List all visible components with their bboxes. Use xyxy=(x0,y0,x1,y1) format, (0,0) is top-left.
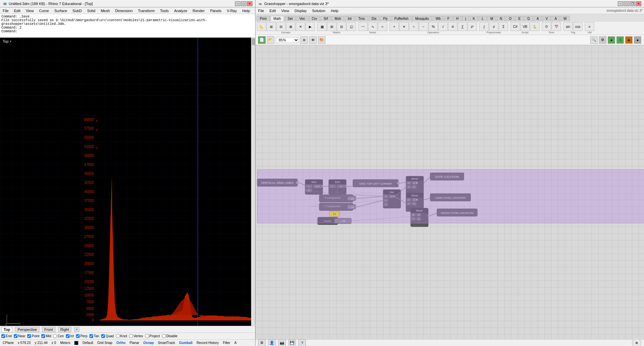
gh-menu-view[interactable]: View xyxy=(280,8,291,13)
tab-dis[interactable]: Dis xyxy=(369,16,379,21)
tab-fly[interactable]: Fly xyxy=(380,16,391,21)
gh-help-icon[interactable]: ? xyxy=(298,339,306,346)
menu-help[interactable]: Help xyxy=(241,8,251,13)
tool-matrix-2[interactable]: ⊞ xyxy=(327,22,336,31)
tool-time-2[interactable]: 📅 xyxy=(552,22,561,31)
menu-vray[interactable]: V-Ray xyxy=(226,8,238,13)
gh-camera-icon[interactable]: 📷 xyxy=(278,339,286,346)
color2-btn[interactable]: ◑ xyxy=(616,36,624,44)
filter-btn[interactable]: Filter xyxy=(223,341,230,345)
tool-script-1[interactable]: C# xyxy=(511,22,520,31)
tool-domain-3[interactable]: ⊟ xyxy=(276,22,286,31)
viewport-scrollbar[interactable] xyxy=(251,38,255,326)
tab-wb[interactable]: Wb xyxy=(433,16,444,21)
tool-matrix-4[interactable]: ◱ xyxy=(347,22,356,31)
snap-point[interactable]: Point xyxy=(27,334,39,338)
tab-math[interactable]: Math xyxy=(271,16,284,21)
gh-menu-display[interactable]: Display xyxy=(293,8,308,13)
tab-h[interactable]: H xyxy=(453,16,461,21)
gh-profile-icon[interactable]: 👤 xyxy=(268,339,276,346)
menu-edit[interactable]: Edit xyxy=(13,8,22,13)
tool-op-3[interactable]: ÷ xyxy=(409,22,418,31)
snap-near[interactable]: Near xyxy=(14,334,26,338)
tool-domain-1[interactable]: 📐 xyxy=(257,22,266,31)
tab-top[interactable]: Top xyxy=(1,327,12,332)
smarttrack-btn[interactable]: SmartTrack xyxy=(158,341,175,345)
tool-domain-5[interactable]: ✕ xyxy=(296,22,305,31)
rhino-viewport[interactable]: Top ▼ xyxy=(0,38,255,326)
menu-transform[interactable]: Transform xyxy=(137,8,156,13)
snap-vertex[interactable]: Vertex xyxy=(129,334,143,338)
gh-minimize-btn[interactable]: − xyxy=(618,1,623,6)
zoom-dropdown[interactable]: 85% 100% 75% xyxy=(276,37,299,43)
tool-matrix-1[interactable]: ▦ xyxy=(317,22,327,31)
gh-settings-icon[interactable]: ⚙ xyxy=(258,339,266,346)
tab-set[interactable]: Set xyxy=(285,16,296,21)
snap-mid[interactable]: Mid xyxy=(41,334,51,338)
tab-trns[interactable]: Trns xyxy=(355,16,368,21)
rhino-close-btn[interactable]: ✕ xyxy=(247,1,252,6)
gh-canvas[interactable]: VERTICAL GRID LINES Item L W Item xyxy=(255,45,644,339)
rhino-window-controls[interactable]: − □ ✕ xyxy=(235,1,252,6)
record-history-btn[interactable]: Record History xyxy=(197,341,219,345)
tool-util-1[interactable]: ≡ xyxy=(585,22,594,31)
color-btn[interactable]: 🎨 xyxy=(318,36,325,44)
gh-close-btn[interactable]: ✕ xyxy=(636,1,641,6)
grid-snap-btn[interactable]: Grid Snap xyxy=(97,341,112,345)
tool-trig-1[interactable]: sin xyxy=(563,22,573,31)
snap-disable[interactable]: Disable xyxy=(162,334,177,338)
search-btn[interactable]: 🔍 xyxy=(590,36,598,44)
tool-poly-3[interactable]: Σ xyxy=(499,22,508,31)
tab-pufferfish[interactable]: Pufferfish xyxy=(391,16,411,21)
menu-panels[interactable]: Panels xyxy=(209,8,223,13)
tab-v[interactable]: V xyxy=(542,16,551,21)
tool-noise-3[interactable]: ≈ xyxy=(378,22,387,31)
tool-poly-1[interactable]: ∫ xyxy=(479,22,489,31)
gh-new-btn[interactable]: 📄 xyxy=(258,36,266,44)
tab-j[interactable]: j xyxy=(462,16,469,21)
menu-subd[interactable]: SubD xyxy=(71,8,83,13)
tool-op-1[interactable]: + xyxy=(390,22,399,31)
ortho-btn[interactable]: Ortho xyxy=(116,341,125,345)
tab-a2[interactable]: A xyxy=(534,16,542,21)
tab-w[interactable]: W xyxy=(561,16,570,21)
tool-matrix-3[interactable]: ⊟ xyxy=(337,22,346,31)
tab-f[interactable]: F xyxy=(444,16,452,21)
tool-op-5[interactable]: % xyxy=(429,22,438,31)
tool-script-3[interactable]: 🐍 xyxy=(530,22,539,31)
menu-tools[interactable]: Tools xyxy=(159,8,170,13)
planar-btn[interactable]: Planar xyxy=(129,341,139,345)
tab-perspective[interactable]: Perspective xyxy=(15,327,39,332)
zoom-fit-btn[interactable]: ⊞ xyxy=(300,36,308,44)
tab-n[interactable]: N xyxy=(497,16,505,21)
tab-m[interactable]: M xyxy=(487,16,496,21)
gh-save-icon[interactable]: 💾 xyxy=(288,339,296,346)
rhino-command-area[interactable]: Command: _Save File successfully saved a… xyxy=(0,14,255,38)
tab-right[interactable]: Right xyxy=(58,327,72,332)
tool-op-7[interactable]: π xyxy=(448,22,457,31)
gh-menu-help[interactable]: Help xyxy=(329,8,340,13)
add-viewport-btn[interactable]: + xyxy=(74,327,79,332)
menu-dimension[interactable]: Dimension xyxy=(114,8,134,13)
tab-crv[interactable]: Crv xyxy=(309,16,320,21)
gh-window-controls[interactable]: − □ ❐ ✕ xyxy=(618,1,641,6)
tool-domain-4[interactable]: ⊠ xyxy=(286,22,295,31)
tool-op-8[interactable]: ∑ xyxy=(458,22,467,31)
tab-e2[interactable]: E xyxy=(515,16,524,21)
snap-perp[interactable]: Perp xyxy=(76,334,87,338)
menu-render[interactable]: Render xyxy=(191,8,206,13)
snap-int[interactable]: Int xyxy=(66,334,74,338)
tool-noise-1[interactable]: 〰 xyxy=(358,22,368,31)
tab-vec[interactable]: Vec xyxy=(296,16,308,21)
gh-restore-btn[interactable]: ❐ xyxy=(630,1,635,6)
tool-op-6[interactable]: √ xyxy=(438,22,448,31)
gumball-btn[interactable]: Gumball xyxy=(179,341,193,345)
tab-int[interactable]: Int xyxy=(345,16,355,21)
menu-surface[interactable]: Surface xyxy=(53,8,69,13)
tab-a3[interactable]: A xyxy=(552,16,560,21)
menu-analyze[interactable]: Analyze xyxy=(173,8,189,13)
tab-msh[interactable]: Msh xyxy=(332,16,344,21)
tool-trig-2[interactable]: cos xyxy=(573,22,582,31)
gh-menu-solution[interactable]: Solution xyxy=(311,8,327,13)
menu-curve[interactable]: Curve xyxy=(38,8,50,13)
